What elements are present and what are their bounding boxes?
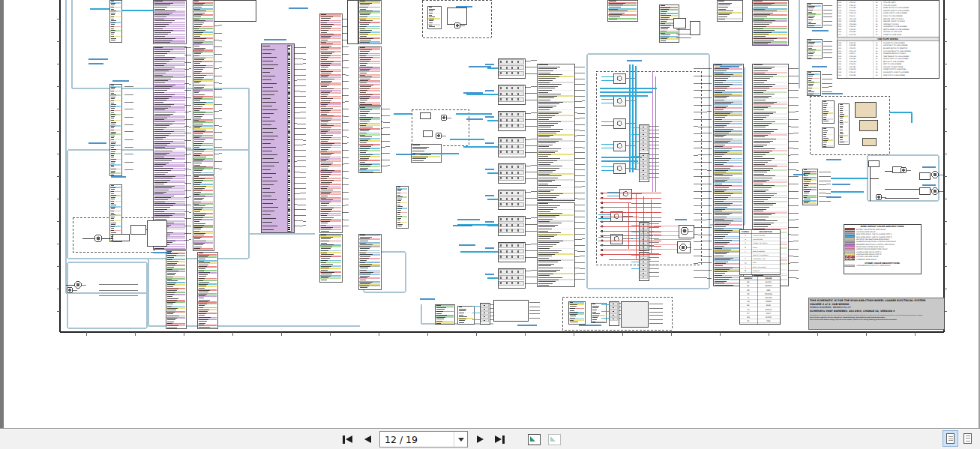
last-page-button[interactable] xyxy=(492,432,508,448)
svg-text:DESCRIPTION: DESCRIPTION xyxy=(759,231,772,233)
svg-text:OR: OR xyxy=(747,293,750,295)
svg-text:ORANGE: ORANGE xyxy=(765,293,772,295)
svg-text:BR: BR xyxy=(747,285,750,287)
svg-text:A747-RD: A747-RD xyxy=(849,34,856,35)
next-view-button[interactable] xyxy=(546,432,562,448)
svg-text:WIRE GROUP COLOR DESCRIPTIONS: WIRE GROUP COLOR DESCRIPTIONS xyxy=(860,225,904,228)
single-page-icon xyxy=(946,433,955,444)
svg-text:BU: BU xyxy=(747,304,750,307)
next-page-icon xyxy=(477,436,484,443)
svg-text:⌇: ⌇ xyxy=(745,265,745,268)
previous-page-icon xyxy=(364,436,371,443)
page-navigation-group: 12 / 19 xyxy=(339,431,562,448)
svg-text:GRAY: GRAY xyxy=(766,313,772,315)
schematic-title-block: THIS SCHEMATIC IS FOR THE 950H AND IT38H… xyxy=(808,298,944,329)
symbol-legend-table: SYMBOLDESCRIPTION⏚CHASSIS GROUND⊥CASE GR… xyxy=(739,229,780,274)
svg-text:COLOR: COLOR xyxy=(765,277,772,280)
svg-text:BLACK: BLACK xyxy=(766,281,772,283)
svg-text:PURPLE: PURPLE xyxy=(765,309,772,311)
next-view-icon xyxy=(548,434,561,445)
schematic-page: CAB PLATE WIRING115A735-GY16AT PLATE (LE… xyxy=(0,0,980,429)
svg-text:ABBREV: ABBREV xyxy=(744,277,752,280)
pdf-toolbar: 12 / 19 xyxy=(0,428,980,449)
svg-text:RED: RED xyxy=(766,289,770,292)
first-page-button[interactable] xyxy=(339,432,355,448)
page-layout-group xyxy=(943,430,976,447)
last-page-icon xyxy=(495,436,502,443)
svg-text:122: 122 xyxy=(838,20,842,22)
svg-text:BK: BK xyxy=(747,281,750,283)
svg-text:GREEN: GREEN xyxy=(766,301,772,303)
svg-text:124: 124 xyxy=(838,25,842,27)
svg-text:PINK: PINK xyxy=(766,320,771,322)
page-number-value: 12 / 19 xyxy=(385,434,418,445)
pdf-viewer-window: CAB PLATE WIRING115A735-GY16AT PLATE (LE… xyxy=(0,0,980,449)
single-page-view-button[interactable] xyxy=(943,430,958,447)
svg-text:◇: ◇ xyxy=(745,242,746,244)
svg-text:SCHEMATIC PART NUMBERS: 264-69: SCHEMATIC PART NUMBERS: 264-6943, CHANGE… xyxy=(810,310,895,313)
svg-text:⏚: ⏚ xyxy=(745,234,746,237)
svg-text:···: ··· xyxy=(745,254,747,256)
svg-text:117: 117 xyxy=(838,7,842,8)
wire-group-color-legend: WIRE GROUP COLOR DESCRIPTIONSBATTERY AND… xyxy=(844,224,921,274)
previous-view-icon xyxy=(528,434,541,445)
svg-text:127: 127 xyxy=(838,34,842,35)
svg-text:BLUE: BLUE xyxy=(766,304,771,307)
previous-view-button[interactable] xyxy=(526,432,542,448)
page-number-combobox[interactable]: 12 / 19 xyxy=(379,431,468,448)
previous-page-button[interactable] xyxy=(359,432,376,448)
svg-text:SYMBOL: SYMBOL xyxy=(742,231,750,233)
color-abbreviation-table: ABBREVCOLORBKBLACKBRBROWNRDREDORORANGEYL… xyxy=(739,276,780,324)
svg-text:—: — xyxy=(745,250,747,253)
svg-text:◯: ◯ xyxy=(745,262,747,264)
svg-text:THIS SCHEMATIC IS FOR THE 950H: THIS SCHEMATIC IS FOR THE 950H AND IT38H… xyxy=(810,299,925,302)
svg-text:BROWN: BROWN xyxy=(765,285,772,287)
svg-text:VOLUME 2 of 2: CAB WIRING: VOLUME 2 of 2: CAB WIRING xyxy=(810,303,850,306)
svg-text:RD: RD xyxy=(747,289,750,292)
svg-text:WHITE: WHITE xyxy=(766,316,772,319)
svg-text:OTHER COLOR DESCRIPTIONS: OTHER COLOR DESCRIPTIONS xyxy=(865,262,900,265)
svg-text:WH: WH xyxy=(747,316,750,319)
svg-text:CAB PLATE WIRING: CAB PLATE WIRING xyxy=(877,38,898,40)
svg-text:PU: PU xyxy=(747,309,749,311)
first-page-icon xyxy=(343,436,345,444)
svg-text:YELLOW: YELLOW xyxy=(765,297,772,299)
svg-text:121: 121 xyxy=(838,18,842,19)
svg-text:PK: PK xyxy=(747,320,749,322)
svg-text:GN: GN xyxy=(747,301,750,303)
chevron-down-icon[interactable] xyxy=(454,432,467,447)
continuous-view-button[interactable] xyxy=(960,430,976,447)
wire-list-table: CAB PLATE WIRING115A735-GY16AT PLATE (LE… xyxy=(837,0,939,78)
svg-text:MEDIA NUMBER: RENR9740-07: MEDIA NUMBER: RENR9740-07 xyxy=(810,306,851,309)
svg-text:⊗: ⊗ xyxy=(745,270,746,272)
next-page-button[interactable] xyxy=(472,432,488,448)
continuous-view-icon xyxy=(964,433,972,444)
